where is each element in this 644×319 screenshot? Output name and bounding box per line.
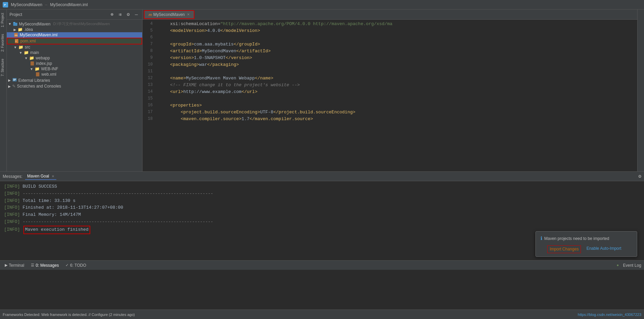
folder-icon-idea: 📁 <box>18 27 23 32</box>
messages-icon: ☰ <box>31 263 34 267</box>
import-changes-button[interactable]: Import Changes <box>547 245 581 253</box>
jsp-file-icon <box>30 61 35 66</box>
console-line-3: [INFO] Total time: 33.130 s <box>4 198 640 205</box>
left-side-tabs: 1: Project 2: Favorites 7: Structure <box>0 10 7 171</box>
sidebar-tab-favorites[interactable]: 2: Favorites <box>0 31 6 55</box>
code-line-15: 15 <box>143 96 637 102</box>
editor-tab-label: MySecondMaven <box>153 12 185 17</box>
tree-item-src[interactable]: ▼ 📁 src <box>7 44 142 50</box>
code-editor[interactable]: 4 xsi:schemaLocation="http://maven.apach… <box>143 20 637 171</box>
tree-item-webinf[interactable]: ▼ 📁 WEB-INF <box>7 66 142 72</box>
notif-title-text: Maven projects need to be imported <box>544 236 609 242</box>
info-icon: ℹ <box>541 235 542 242</box>
url-link[interactable]: https://blog.csdn.net/weixin_43067223 <box>578 313 641 317</box>
tree-item-index-jsp-label: index.jsp <box>36 61 52 66</box>
notif-title-row: ℹ Maven projects need to be imported <box>541 235 632 242</box>
footer-tab-todo-label: 6: TODO <box>70 263 86 268</box>
collapse-all-icon[interactable]: ⇉ <box>117 12 123 18</box>
status-bar: Frameworks Detected: Web framework is de… <box>0 309 644 319</box>
todo-icon: ✓ <box>65 263 69 267</box>
bottom-tab-messages[interactable]: Messages: <box>3 174 22 179</box>
project-icon: P <box>3 2 8 7</box>
title-bar: P MySecondMaven – MySecondMaven.iml <box>0 0 644 10</box>
tree-item-webapp[interactable]: ▼ 📁 webapp <box>7 55 142 61</box>
enable-auto-import-button[interactable]: Enable Auto-Import <box>586 245 621 253</box>
tree-item-main-label: main <box>30 50 39 55</box>
tree-item-iml[interactable]: IML MySecondMaven.iml <box>7 32 142 38</box>
bottom-tab-maven-goal[interactable]: Maven Goal ✕ <box>25 173 56 180</box>
terminal-icon: ▶ <box>5 263 7 267</box>
pom-file-icon: m <box>14 39 19 43</box>
iml-file-icon: IML <box>14 33 18 37</box>
title-project-name: MySecondMaven <box>11 2 42 7</box>
code-line-14: 14 <url>http://www.example.com</url> <box>143 89 637 96</box>
code-line-10: 10 <packaging>war</packaging> <box>143 62 637 69</box>
project-tree: ▼ MySecondMaven D:\学习文件\test\MySecondMav… <box>7 20 142 171</box>
event-log-label[interactable]: Event Log <box>623 263 641 268</box>
console-line-2: [INFO] ---------------------------------… <box>4 190 640 198</box>
tree-item-extlib[interactable]: ▶ External Libraries <box>7 77 142 83</box>
footer-tab-todo[interactable]: ✓ 6: TODO <box>63 262 88 268</box>
tree-item-scratches[interactable]: ▶ ✎ Scratches and Consoles <box>7 83 142 89</box>
console-line-6: [INFO] ---------------------------------… <box>4 219 640 226</box>
hide-icon[interactable]: — <box>133 12 139 18</box>
tree-item-index-jsp[interactable]: index.jsp <box>7 61 142 66</box>
status-text: Frameworks Detected: Web framework is de… <box>3 313 135 317</box>
import-notification: ℹ Maven projects need to be imported Imp… <box>535 231 637 257</box>
sidebar-tab-project[interactable]: 1: Project <box>0 10 6 31</box>
event-log-icon: ● <box>617 263 619 267</box>
svg-rect-2 <box>13 23 17 26</box>
settings-icon[interactable]: ⚙ <box>125 12 131 18</box>
tree-item-pom[interactable]: m pom.xml <box>7 38 142 44</box>
project-toolbar-title: Project <box>10 12 107 17</box>
tree-item-scratches-label: Scratches and Consoles <box>17 84 61 89</box>
sync-icon[interactable]: ⊕ <box>109 12 115 18</box>
tree-item-pom-label: pom.xml <box>20 39 36 43</box>
maven-goal-label: Maven Goal <box>27 174 49 179</box>
editor-area: m MySecondMaven ✕ 4 xsi:schemaLocation="… <box>143 10 637 171</box>
svg-text:m: m <box>15 40 17 42</box>
editor-tab-mysecondmaven[interactable]: m MySecondMaven ✕ <box>144 10 194 19</box>
code-line-11: 11 <box>143 69 637 75</box>
code-line-6: 6 <box>143 35 637 41</box>
folder-icon-src: 📁 <box>18 45 23 50</box>
code-line-18: 18 <maven.compiler.source>1.7</maven.com… <box>143 116 637 123</box>
folder-icon-webinf: 📁 <box>35 67 40 71</box>
xml-file-icon <box>35 72 40 77</box>
maven-execution-text: Maven execution finished <box>23 226 90 234</box>
svg-text:IML: IML <box>15 34 18 36</box>
notif-actions: Import Changes Enable Auto-Import <box>541 245 632 253</box>
console-line-5: [INFO] Final Memory: 14M/147M <box>4 211 640 219</box>
footer-tab-terminal-label: Terminal <box>9 263 24 268</box>
code-line-13: 13 <!-- FIXME change it to the project's… <box>143 82 637 89</box>
right-side-tabs <box>637 10 644 171</box>
sidebar-tab-structure[interactable]: 7: Structure <box>0 55 6 80</box>
project-toolbar: Project ⊕ ⇉ ⚙ — <box>7 10 142 20</box>
tree-item-root[interactable]: ▼ MySecondMaven D:\学习文件\test\MySecondMav… <box>7 21 142 27</box>
settings-gear-icon[interactable]: ⚙ <box>639 174 641 179</box>
footer-tab-terminal[interactable]: ▶ Terminal <box>3 262 26 268</box>
project-root-icon <box>13 22 18 26</box>
tree-item-idea[interactable]: ▶ 📁 .idea <box>7 27 142 32</box>
footer-tab-messages[interactable]: ☰ 0: Messages <box>29 262 61 268</box>
tree-item-iml-label: MySecondMaven.iml <box>20 33 57 37</box>
footer-tabs: ▶ Terminal ☰ 0: Messages ✓ 6: TODO ● Eve… <box>0 260 644 270</box>
svg-rect-9 <box>36 72 39 76</box>
code-line-12: 12 <name>MySecondMaven Maven Webapp</nam… <box>143 75 637 82</box>
svg-rect-8 <box>31 61 34 65</box>
tree-item-main[interactable]: ▼ 📁 main <box>7 50 142 55</box>
code-line-16: 16 <properties> <box>143 102 637 109</box>
tree-item-webapp-label: webapp <box>36 56 50 60</box>
tree-item-webxml[interactable]: web.xml <box>7 72 142 77</box>
code-line-5: 5 <modelVersion>4.0.0</modelVersion> <box>143 28 637 35</box>
tree-item-webinf-label: WEB-INF <box>41 67 58 71</box>
maven-goal-close[interactable]: ✕ <box>52 174 54 178</box>
tree-item-root-label: MySecondMaven <box>19 22 51 26</box>
bottom-tabs-bar: Messages: Maven Goal ✕ ⚙ <box>0 172 644 181</box>
folder-icon-main: 📁 <box>24 50 29 55</box>
tree-item-webxml-label: web.xml <box>41 72 56 77</box>
code-line-17: 17 <project.build.sourceEncoding>UTF-8</… <box>143 109 637 116</box>
editor-tab-close[interactable]: ✕ <box>187 13 190 16</box>
title-iml-tab: MySecondMaven.iml <box>50 2 88 7</box>
tree-item-idea-label: .idea <box>24 27 33 32</box>
